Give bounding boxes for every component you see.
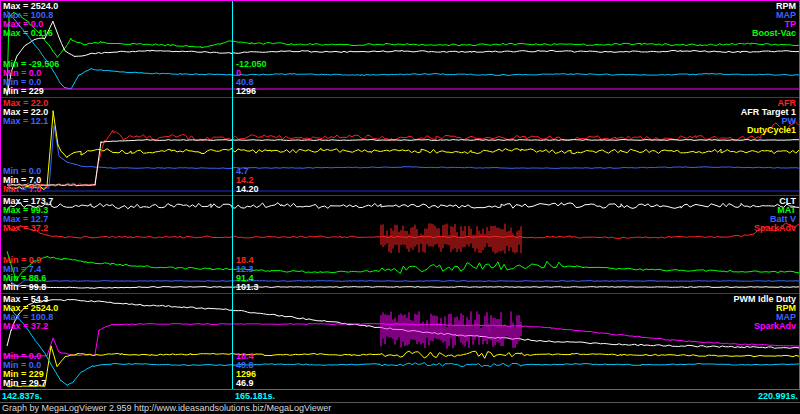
panel-separator	[1, 97, 799, 98]
panel-separator	[1, 293, 799, 294]
trace	[7, 11, 799, 89]
time-cursor-label: 165.181s.	[235, 391, 275, 401]
megalogviewer-window: Max = 2524.0Max = 100.8Max = 0.0Max = 0.…	[0, 0, 800, 414]
min-label: Min = 7.0	[3, 185, 41, 194]
max-label: Max = 12.1	[3, 117, 48, 126]
trace-plot	[1, 294, 799, 389]
trace	[7, 12, 799, 95]
max-labels: Max = 22.0Max = 22.0Max = 12.1	[3, 99, 48, 126]
min-labels: Min = 0.0Min = 7.0Min = 7.0	[3, 167, 41, 194]
status-bar: Graph by MegaLogViewer 2.959 http://www.…	[0, 402, 800, 414]
channel-label[interactable]: DutyCycle1	[747, 126, 796, 135]
channel-labels: AFRAFR Target 1PWDutyCycle1	[741, 99, 796, 135]
channel-label[interactable]: SparkAdv	[754, 322, 796, 331]
panel-separator	[1, 195, 799, 196]
cursor-values: 18.412.391.4101.3	[236, 256, 259, 292]
trace	[7, 21, 799, 95]
min-label: Min = 29.7	[3, 379, 46, 388]
max-labels: Max = 173.7Max = 99.3Max = 12.7Max = 37.…	[3, 197, 53, 233]
max-labels: Max = 54.3Max = 2524.0Max = 100.8Max = 3…	[3, 295, 58, 331]
cursor-values: -12.050040.81296	[236, 60, 267, 96]
channel-label[interactable]: Boost-Vac	[752, 29, 796, 38]
cursor-values: 18.440.8129646.9	[236, 352, 256, 388]
trace-plot	[1, 196, 799, 293]
trace	[7, 203, 799, 210]
cursor-value: 1296	[236, 87, 267, 96]
trace	[7, 140, 799, 186]
graph-panel-rpm-map-tp-boostvac[interactable]: Max = 2524.0Max = 100.8Max = 0.0Max = 0.…	[1, 1, 799, 97]
trace	[7, 251, 799, 281]
cursor-value: 14.20	[236, 185, 259, 194]
graph-panel-pwm-idle-duty[interactable]: Max = 54.3Max = 2524.0Max = 100.8Max = 3…	[1, 294, 799, 389]
status-text: Graph by MegaLogViewer 2.959 http://www.…	[0, 403, 800, 414]
graph-area: Max = 2524.0Max = 100.8Max = 0.0Max = 0.…	[0, 0, 800, 390]
channel-label[interactable]: SparkAdv	[754, 224, 796, 233]
graph-panel-clt-mat-batt-spark[interactable]: Max = 173.7Max = 99.3Max = 12.7Max = 37.…	[1, 196, 799, 293]
cursor-value: 101.3	[236, 283, 259, 292]
max-labels: Max = 2524.0Max = 100.8Max = 0.0Max = 0.…	[3, 2, 58, 38]
min-label: Min = 229	[3, 87, 59, 96]
trace	[7, 285, 799, 289]
trace	[7, 223, 799, 254]
trace	[7, 346, 799, 387]
cursor-values: 4.714.214.20	[236, 167, 259, 194]
cursor-value: 46.9	[236, 379, 256, 388]
min-labels: Min = 0.0Min = 7.4Min = 88.6Min = 99.8	[3, 256, 46, 292]
time-axis: 142.837s. 165.181s. 220.991s.	[0, 390, 800, 402]
time-start-label: 142.837s.	[2, 391, 42, 401]
channel-labels: CLTMATBatt VSparkAdv	[754, 197, 796, 233]
trace-plot	[1, 98, 799, 195]
min-labels: Min = 0.0Min = 0.0Min = 229Min = 29.7	[3, 352, 46, 388]
trace	[7, 126, 799, 189]
channel-labels: PWM Idle DutyRPMMAPSparkAdv	[734, 295, 797, 331]
cursor-line[interactable]	[232, 1, 233, 389]
graph-panel-afr-pw-dutycycle[interactable]: Max = 22.0Max = 22.0Max = 12.1 Min = 0.0…	[1, 98, 799, 195]
trace-plot	[1, 1, 799, 97]
min-labels: Min = -29.506Min = 0.0Min = 0.0Min = 229	[3, 60, 59, 96]
max-label: Max = 37.2	[3, 322, 58, 331]
time-end-label: 220.991s.	[758, 391, 798, 401]
min-label: Min = 99.8	[3, 283, 46, 292]
trace	[7, 274, 799, 287]
trace	[7, 311, 799, 356]
trace	[7, 111, 799, 190]
max-label: Max = 37.2	[3, 224, 53, 233]
channel-labels: RPMMAPTPBoost-Vac	[752, 2, 796, 38]
max-label: Max = 0.116	[3, 29, 58, 38]
